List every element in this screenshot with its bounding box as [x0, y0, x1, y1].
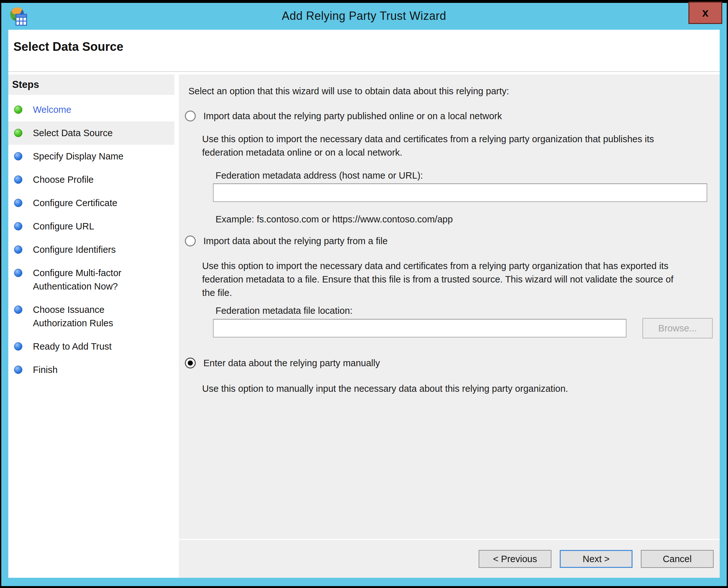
- radio-import-online[interactable]: [185, 110, 196, 122]
- metadata-file-input[interactable]: [213, 319, 626, 337]
- title-bar: Add Relying Party Trust Wizard x: [1, 3, 727, 30]
- cancel-button[interactable]: Cancel: [641, 550, 714, 568]
- steps-sidebar: Steps Welcome Select Data Source Specify…: [8, 75, 174, 578]
- metadata-file-label: Federation metadata file location:: [216, 306, 720, 316]
- step-item-configure-url: Configure URL: [8, 215, 174, 238]
- option-enter-manually: Enter data about the relying party manua…: [185, 356, 720, 370]
- metadata-address-label: Federation metadata address (host name o…: [216, 170, 720, 181]
- option-label: Enter data about the relying party manua…: [203, 356, 380, 370]
- steps-list: Welcome Select Data Source Specify Displ…: [8, 98, 174, 382]
- option-description: Use this option to import the necessary …: [202, 259, 678, 299]
- step-status-dot: [14, 105, 22, 114]
- step-label: Ready to Add Trust: [33, 340, 112, 353]
- step-item-configure-mfa: Configure Multi-factor Authentication No…: [8, 261, 174, 298]
- option-description: Use this option to manually input the ne…: [202, 382, 678, 395]
- adfs-globe-icon: [9, 7, 28, 26]
- option-label: Import data about the relying party from…: [203, 234, 388, 248]
- step-item-ready-to-add-trust: Ready to Add Trust: [8, 335, 174, 358]
- option-description: Use this option to import the necessary …: [202, 132, 678, 159]
- step-item-choose-profile: Choose Profile: [8, 168, 174, 191]
- window-title: Add Relying Party Trust Wizard: [65, 9, 663, 23]
- step-status-dot: [14, 152, 22, 161]
- step-label: Configure Certificate: [33, 196, 117, 210]
- main-panel: Select an option that this wizard will u…: [179, 75, 720, 578]
- step-status-dot: [14, 269, 22, 277]
- step-label: Configure Multi-factor Authentication No…: [33, 266, 148, 293]
- intro-text: Select an option that this wizard will u…: [189, 86, 720, 97]
- step-label: Finish: [33, 363, 58, 376]
- step-status-dot: [14, 246, 22, 254]
- step-label: Specify Display Name: [33, 150, 124, 163]
- step-label: Select Data Source: [33, 126, 113, 140]
- step-status-dot: [14, 129, 22, 137]
- previous-button[interactable]: < Previous: [479, 550, 551, 568]
- step-status-dot: [14, 365, 22, 374]
- page-header: Select Data Source: [8, 30, 720, 72]
- step-item-choose-issuance-rules: Choose Issuance Authorization Rules: [8, 298, 174, 335]
- select-data-source-content: Select an option that this wizard will u…: [179, 75, 720, 539]
- step-label: Choose Profile: [33, 173, 93, 186]
- step-label: Welcome: [33, 103, 71, 116]
- step-status-dot: [14, 199, 22, 207]
- step-status-dot: [14, 342, 22, 351]
- option-label: Import data about the relying party publ…: [203, 109, 502, 123]
- option-import-online: Import data about the relying party publ…: [185, 109, 720, 123]
- steps-heading: Steps: [8, 75, 174, 95]
- radio-enter-manually[interactable]: [185, 358, 196, 369]
- step-item-select-data-source: Select Data Source: [8, 122, 174, 145]
- page-title: Select Data Source: [14, 40, 123, 54]
- step-label: Choose Issuance Authorization Rules: [33, 303, 148, 330]
- metadata-address-example: Example: fs.contoso.com or https://www.c…: [216, 214, 720, 225]
- option-import-file: Import data about the relying party from…: [185, 234, 720, 248]
- step-item-configure-certificate: Configure Certificate: [8, 191, 174, 215]
- dialog-sheet: Select Data Source Steps Welcome Select …: [8, 30, 720, 578]
- step-label: Configure URL: [33, 219, 94, 233]
- browse-button[interactable]: Browse...: [642, 318, 713, 338]
- metadata-address-input[interactable]: [213, 184, 707, 202]
- step-item-finish: Finish: [8, 358, 174, 382]
- step-item-configure-identifiers: Configure Identifiers: [8, 238, 174, 261]
- step-status-dot: [14, 222, 22, 230]
- wizard-window: Add Relying Party Trust Wizard x Select …: [1, 3, 727, 586]
- wizard-footer: < Previous Next > Cancel: [179, 539, 720, 578]
- step-status-dot: [14, 175, 22, 184]
- step-label: Configure Identifiers: [33, 243, 116, 256]
- step-item-welcome[interactable]: Welcome: [8, 98, 174, 122]
- close-icon[interactable]: x: [688, 2, 722, 24]
- next-button[interactable]: Next >: [560, 550, 633, 568]
- radio-import-file[interactable]: [185, 235, 196, 246]
- step-status-dot: [14, 306, 22, 314]
- step-item-specify-display-name: Specify Display Name: [8, 145, 174, 168]
